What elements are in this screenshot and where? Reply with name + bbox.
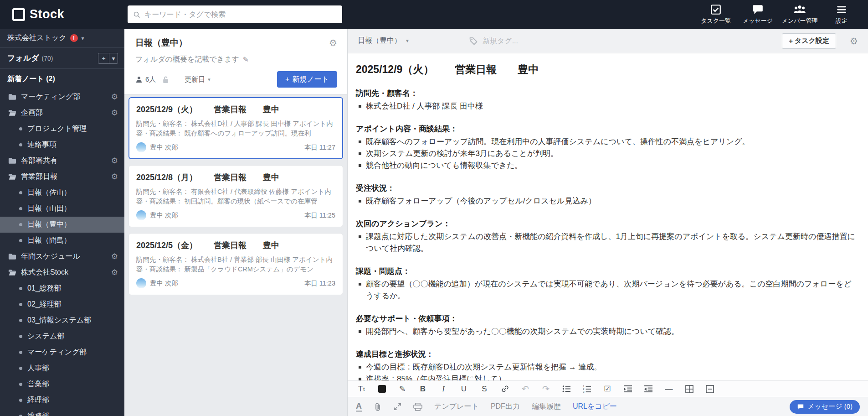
plus-icon[interactable]: + <box>98 53 109 63</box>
note-card-time: 本日 11:25 <box>304 211 335 220</box>
horizontal-rule-icon[interactable]: — <box>663 383 674 395</box>
template-button[interactable]: テンプレート <box>434 402 479 411</box>
note-card[interactable]: 2025/12/5（金） 営業日報 豊中 訪問先・顧客名： 株式会社B社 / 営… <box>128 233 343 295</box>
outdent-icon[interactable] <box>643 383 654 395</box>
unlock-icon[interactable] <box>162 76 169 83</box>
sort-dropdown[interactable]: 更新日 ▾ <box>185 75 211 84</box>
undo-icon[interactable]: ↶ <box>520 383 531 395</box>
chevron-down-icon[interactable]: ▾ <box>109 53 118 63</box>
strikethrough-icon[interactable]: S <box>479 383 490 395</box>
settings-button[interactable]: 設定 <box>821 0 863 29</box>
avatar <box>136 142 146 152</box>
task-settings-button[interactable]: + タスク設定 <box>782 33 836 49</box>
note-card-selected[interactable]: 2025/12/9（火） 営業日報 豊中 訪問先・顧客名： 株式会社D社 / 人… <box>128 97 343 159</box>
underline-icon[interactable]: U <box>458 383 469 395</box>
sidebar-note-item[interactable]: 営業部 <box>0 376 124 392</box>
messages-button[interactable]: メッセージ <box>737 0 779 29</box>
bullet-icon <box>19 127 22 130</box>
global-search[interactable] <box>128 5 342 23</box>
top-bar: Stock タスク一覧 メッセージ メンバー管理 設定 <box>0 0 868 29</box>
bullet-icon <box>19 399 22 402</box>
folders-count: (70) <box>42 55 53 62</box>
note-label: 01_総務部 <box>27 284 62 293</box>
redo-icon[interactable]: ↷ <box>540 383 551 395</box>
copy-url-button[interactable]: URLをコピー <box>573 402 617 411</box>
ordered-list-icon[interactable]: 123 <box>581 383 592 395</box>
bold-icon[interactable]: B <box>417 383 428 395</box>
sidebar-folder[interactable]: 株式会社Stock ⚙ <box>0 265 124 281</box>
printer-icon <box>413 403 422 411</box>
sidebar-folder[interactable]: 企画部 ⚙ <box>0 105 124 121</box>
sidebar-folder[interactable]: 各部署共有 ⚙ <box>0 153 124 169</box>
sidebar-note-item[interactable]: 日報（山田） <box>0 201 124 217</box>
sidebar-folder[interactable]: マーケティング部 ⚙ <box>0 89 124 105</box>
edit-description-icon[interactable]: ✎ <box>243 55 249 64</box>
org-selector[interactable]: 株式会社ストック ! ▾ <box>0 29 124 48</box>
chevron-down-icon: ▾ <box>208 77 211 83</box>
sidebar-note-item[interactable]: 日報（間島） <box>0 233 124 249</box>
gear-icon[interactable]: ⚙ <box>111 157 118 165</box>
print-button[interactable] <box>413 403 422 411</box>
note-label: 日報（間島） <box>27 236 71 245</box>
note-card-preview: 訪問先・顧客名： 株式会社B社 / 営業部 部長 山田様 アポイント内容・商談結… <box>136 255 335 274</box>
bullet-icon <box>19 143 22 146</box>
member-management-button[interactable]: メンバー管理 <box>779 0 821 29</box>
note-content-editor[interactable]: 2025/12/9（火） 営業日報 豊中 訪問先・顧客名： 株式会社D社 / 人… <box>348 53 868 380</box>
sidebar-folder[interactable]: 営業部日報 ⚙ <box>0 169 124 185</box>
link-icon[interactable] <box>499 383 510 395</box>
section-bullet: 既存顧客へのフォローアップ訪問。現在利用中の人事評価システムについて、操作性の不… <box>356 136 856 148</box>
new-tag-input[interactable] <box>483 37 565 45</box>
edit-history-button[interactable]: 編集履歴 <box>532 402 561 411</box>
bullet-list-icon[interactable] <box>561 383 572 395</box>
note-cards: 2025/12/9（火） 営業日報 豊中 訪問先・顧客名： 株式会社D社 / 人… <box>124 94 347 298</box>
italic-icon[interactable]: I <box>438 383 449 395</box>
sidebar-note-item-selected[interactable]: 日報（豊中） <box>0 217 124 233</box>
sidebar-note-item[interactable]: システム部 <box>0 328 124 344</box>
gear-icon[interactable]: ⚙ <box>111 93 118 101</box>
sidebar-note-item[interactable]: 総務部 <box>0 408 124 416</box>
checklist-icon[interactable]: ☑ <box>602 383 613 395</box>
task-list-button[interactable]: タスク一覧 <box>695 0 737 29</box>
pdf-export-button[interactable]: PDF出力 <box>491 402 520 411</box>
gear-icon[interactable]: ⚙ <box>111 173 118 181</box>
gear-icon[interactable]: ⚙ <box>850 36 858 47</box>
sidebar-note-item[interactable]: 人事部 <box>0 360 124 376</box>
new-note-button[interactable]: + 新規ノート <box>277 71 337 88</box>
font-color-swatch-icon[interactable] <box>376 383 387 395</box>
sidebar-note-item[interactable]: 02_経理部 <box>0 296 124 312</box>
indent-icon[interactable] <box>622 383 633 395</box>
table-icon[interactable] <box>684 383 695 395</box>
gear-icon[interactable]: ⚙ <box>111 269 118 276</box>
sidebar-note-item[interactable]: 経理部 <box>0 392 124 408</box>
gear-icon[interactable]: ⚙ <box>111 253 118 260</box>
text-style-icon[interactable]: Tt <box>356 383 367 395</box>
note-card[interactable]: 2025/12/8（月） 営業日報 豊中 訪問先・顧客名： 有限会社C社 / 代… <box>128 165 343 227</box>
search-input[interactable] <box>144 10 337 19</box>
font-color-button[interactable]: A <box>356 402 362 412</box>
gear-icon[interactable]: ⚙ <box>111 109 118 117</box>
collapse-block-icon[interactable] <box>704 383 715 395</box>
sidebar-note-item[interactable]: 01_総務部 <box>0 281 124 296</box>
attachment-button[interactable] <box>374 402 382 411</box>
section-heading: 達成目標と進捗状況： <box>356 349 856 359</box>
sidebar-note-item[interactable]: 日報（佐山） <box>0 185 124 201</box>
members-count[interactable]: 6人 <box>135 75 156 84</box>
section-bullet: 課題点に対応した次期システムの改善点・新機能の紹介資料を作成し、1月上旬に再提案… <box>356 231 856 255</box>
sidebar-note-item[interactable]: 03_情報システム部 <box>0 312 124 328</box>
sidebar-note-item[interactable]: 連絡事項 <box>0 137 124 153</box>
folder-breadcrumb[interactable]: 日報（豊中） ▼ <box>358 36 410 46</box>
highlighter-icon[interactable]: ✎ <box>397 383 408 395</box>
tag-icon <box>469 36 478 46</box>
sidebar-folder[interactable]: 年間スケジュール ⚙ <box>0 249 124 265</box>
sidebar-note-item[interactable]: プロジェクト管理 <box>0 121 124 137</box>
gear-icon[interactable]: ⚙ <box>329 37 337 48</box>
add-folder-button[interactable]: + ▾ <box>98 53 118 64</box>
sidebar-note-item[interactable]: マーケティング部 <box>0 344 124 360</box>
app-logo[interactable]: Stock <box>12 7 117 21</box>
expand-button[interactable] <box>394 403 401 411</box>
stock-logo-icon <box>12 8 25 21</box>
new-notes-filter[interactable]: 新着ノート (2) <box>0 69 124 89</box>
message-thread-button[interactable]: メッセージ (0) <box>790 400 860 414</box>
warning-icon: ! <box>70 34 78 42</box>
bullet-icon <box>19 223 22 226</box>
